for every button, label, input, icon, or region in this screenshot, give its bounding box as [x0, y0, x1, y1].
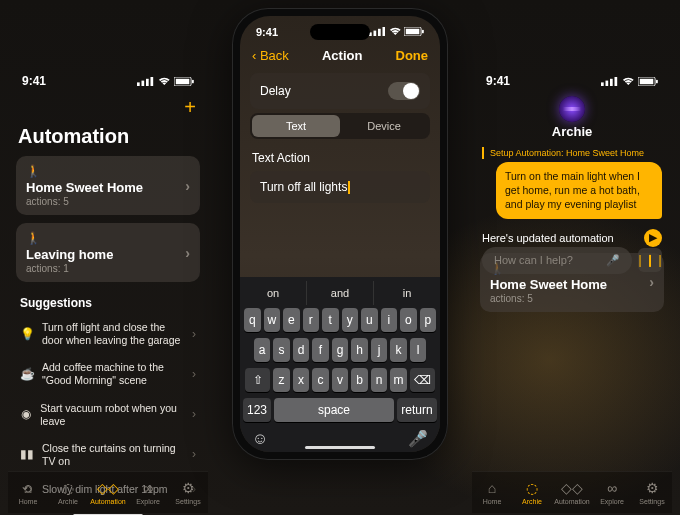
suggestion-item[interactable]: 💡Turn off light and close the door when … — [8, 314, 208, 354]
status-icons — [137, 77, 194, 86]
key-m[interactable]: m — [390, 368, 407, 392]
tab-settings[interactable]: ⚙Settings — [633, 480, 671, 505]
scene-card[interactable]: 🚶 Home Sweet Home actions: 5 › — [16, 156, 200, 215]
segment-text[interactable]: Text — [252, 115, 340, 137]
key-u[interactable]: u — [361, 308, 378, 332]
key-n[interactable]: n — [371, 368, 388, 392]
key-w[interactable]: w — [264, 308, 281, 332]
segment-device[interactable]: Device — [340, 115, 428, 137]
key-s[interactable]: s — [273, 338, 290, 362]
mic-key[interactable]: 🎤 — [408, 429, 428, 448]
key-r[interactable]: r — [303, 308, 320, 332]
scene-title: Home Sweet Home — [26, 180, 190, 195]
tab-settings[interactable]: ⚙Settings — [169, 480, 207, 505]
svg-rect-9 — [378, 29, 381, 36]
delay-toggle[interactable] — [388, 82, 420, 100]
tab-explore[interactable]: ∞Explore — [129, 480, 167, 505]
chevron-right-icon: › — [185, 245, 190, 261]
suggestion-item[interactable]: ◉Start vacuum robot when you leave› — [8, 395, 208, 435]
numbers-key[interactable]: 123 — [243, 398, 271, 422]
key-d[interactable]: d — [293, 338, 310, 362]
chat-input-bar: How can I help? 🎤 ❘❙❘ — [482, 247, 662, 274]
action-type-segmented[interactable]: Text Device — [250, 113, 430, 139]
svg-rect-20 — [656, 79, 658, 83]
tab-explore[interactable]: ∞Explore — [593, 480, 631, 505]
coffee-icon: ☕ — [20, 367, 34, 382]
chat-input[interactable]: How can I help? 🎤 — [482, 247, 632, 274]
space-key[interactable]: space — [274, 398, 394, 422]
key-f[interactable]: f — [312, 338, 329, 362]
done-button[interactable]: Done — [396, 48, 429, 63]
suggestion-item[interactable]: ☕Add coffee machine to the "Good Morning… — [8, 354, 208, 394]
voice-mode-button[interactable]: ❘❙❘ — [638, 248, 662, 272]
tab-archie[interactable]: ◌Archie — [49, 480, 87, 505]
return-key[interactable]: return — [397, 398, 437, 422]
key-a[interactable]: a — [254, 338, 271, 362]
scene-sub: actions: 5 — [26, 196, 190, 207]
user-message: Turn on the main light when I get home, … — [496, 162, 662, 219]
mic-icon[interactable]: 🎤 — [606, 254, 620, 267]
status-bar: 9:41 — [8, 70, 208, 90]
key-v[interactable]: v — [332, 368, 349, 392]
key-c[interactable]: c — [312, 368, 329, 392]
tab-automation[interactable]: ◇◇Automation — [553, 480, 591, 505]
key-t[interactable]: t — [322, 308, 339, 332]
text-cursor — [348, 181, 350, 194]
kbd-suggestion[interactable]: and — [306, 281, 373, 305]
suggestions-heading: Suggestions — [8, 290, 208, 314]
key-z[interactable]: z — [273, 368, 290, 392]
delay-row: Delay — [250, 73, 430, 109]
status-bar: 9:41 — [472, 70, 672, 90]
walking-icon: 🚶 — [26, 164, 190, 178]
svg-rect-1 — [142, 80, 145, 85]
home-indicator — [305, 446, 375, 449]
key-o[interactable]: o — [400, 308, 417, 332]
tab-archie[interactable]: ◌Archie — [513, 480, 551, 505]
chevron-right-icon: › — [192, 407, 196, 422]
keyboard[interactable]: on and in qwertyuiop asdfghjkl ⇧zxcvbnm⌫… — [240, 277, 440, 452]
lightbulb-icon: 💡 — [20, 327, 34, 342]
key-b[interactable]: b — [351, 368, 368, 392]
key-l[interactable]: l — [410, 338, 427, 362]
chat-icon: ◌ — [62, 480, 74, 496]
home-icon: ⌂ — [24, 480, 32, 496]
explore-icon: ∞ — [607, 480, 617, 496]
key-y[interactable]: y — [342, 308, 359, 332]
kbd-suggestion[interactable]: in — [373, 281, 440, 305]
tab-home[interactable]: ⌂Home — [473, 480, 511, 505]
svg-rect-10 — [383, 27, 386, 36]
dynamic-island — [310, 24, 370, 40]
emoji-key[interactable]: ☺ — [252, 430, 268, 448]
key-h[interactable]: h — [351, 338, 368, 362]
text-action-input[interactable]: Turn off all lights — [250, 171, 430, 203]
key-x[interactable]: x — [293, 368, 310, 392]
suggestion-item[interactable]: ▮▮Close the curtains on turning TV on› — [8, 435, 208, 475]
archie-chat-screen: 9:41 Archie Setup Automation: Home Sweet… — [472, 70, 672, 320]
backspace-key[interactable]: ⌫ — [410, 368, 435, 392]
svg-rect-12 — [406, 29, 419, 34]
play-button[interactable]: ▶ — [644, 229, 662, 247]
key-p[interactable]: p — [420, 308, 437, 332]
gear-icon: ⚙ — [646, 480, 659, 496]
kbd-suggestion[interactable]: on — [240, 281, 306, 305]
chat-icon: ◌ — [526, 480, 538, 496]
key-k[interactable]: k — [390, 338, 407, 362]
svg-rect-17 — [615, 77, 618, 86]
key-j[interactable]: j — [371, 338, 388, 362]
archie-avatar — [559, 96, 585, 122]
tab-automation[interactable]: ◇◇Automation — [89, 480, 127, 505]
svg-rect-15 — [606, 80, 609, 85]
scene-card[interactable]: 🚶 Leaving home actions: 1 › — [16, 223, 200, 282]
shift-key[interactable]: ⇧ — [245, 368, 270, 392]
key-g[interactable]: g — [332, 338, 349, 362]
add-button[interactable]: + — [8, 90, 208, 123]
delay-label: Delay — [260, 84, 291, 98]
back-button[interactable]: ‹ Back — [252, 48, 289, 63]
tab-home[interactable]: ⌂Home — [9, 480, 47, 505]
key-i[interactable]: i — [381, 308, 398, 332]
svg-rect-19 — [640, 78, 653, 83]
svg-rect-16 — [610, 78, 613, 85]
svg-rect-13 — [422, 30, 424, 34]
key-e[interactable]: e — [283, 308, 300, 332]
key-q[interactable]: q — [244, 308, 261, 332]
